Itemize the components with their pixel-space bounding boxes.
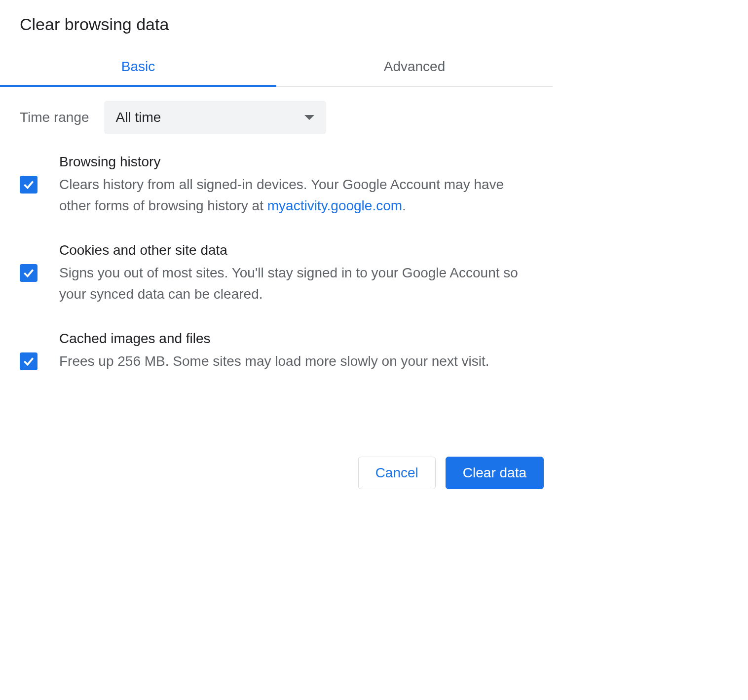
time-range-value: All time [116, 110, 161, 125]
tab-basic[interactable]: Basic [0, 49, 276, 86]
clear-data-button-label: Clear data [463, 465, 526, 480]
tab-advanced-label: Advanced [384, 59, 446, 74]
option-description: Clears history from all signed-in device… [59, 174, 533, 217]
tab-basic-label: Basic [121, 59, 155, 74]
clear-browsing-data-dialog: Clear browsing data Basic Advanced Time … [0, 0, 553, 504]
cancel-button[interactable]: Cancel [358, 457, 436, 489]
dialog-content: Time range All time Browsing history Cle… [0, 87, 553, 372]
option-text: Browsing history Clears history from all… [59, 154, 533, 217]
time-range-select[interactable]: All time [104, 101, 326, 134]
option-text: Cached images and files Frees up 256 MB.… [59, 331, 533, 372]
checkmark-icon [22, 355, 35, 368]
checkmark-icon [22, 267, 35, 279]
option-cookies: Cookies and other site data Signs you ou… [20, 242, 533, 305]
option-title: Browsing history [59, 154, 533, 170]
option-text: Cookies and other site data Signs you ou… [59, 242, 533, 305]
checkbox-browsing-history[interactable] [20, 176, 37, 194]
dialog-title: Clear browsing data [0, 15, 553, 49]
myactivity-link[interactable]: myactivity.google.com [267, 198, 402, 213]
dialog-buttons: Cancel Clear data [0, 397, 553, 504]
option-description: Frees up 256 MB. Some sites may load mor… [59, 350, 533, 372]
checkbox-cookies[interactable] [20, 264, 37, 282]
dropdown-arrow-icon [304, 115, 314, 120]
cancel-button-label: Cancel [375, 465, 418, 480]
clear-data-button[interactable]: Clear data [446, 457, 544, 489]
checkbox-cached[interactable] [20, 352, 37, 370]
option-title: Cookies and other site data [59, 242, 533, 258]
tabs: Basic Advanced [0, 49, 553, 87]
tab-advanced[interactable]: Advanced [276, 49, 553, 86]
time-range-label: Time range [20, 110, 89, 125]
option-browsing-history: Browsing history Clears history from all… [20, 154, 533, 217]
checkmark-icon [22, 178, 35, 191]
option-title: Cached images and files [59, 331, 533, 347]
option-cached: Cached images and files Frees up 256 MB.… [20, 331, 533, 372]
time-range-row: Time range All time [20, 101, 533, 134]
desc-post: . [402, 198, 406, 213]
option-description: Signs you out of most sites. You'll stay… [59, 262, 533, 305]
